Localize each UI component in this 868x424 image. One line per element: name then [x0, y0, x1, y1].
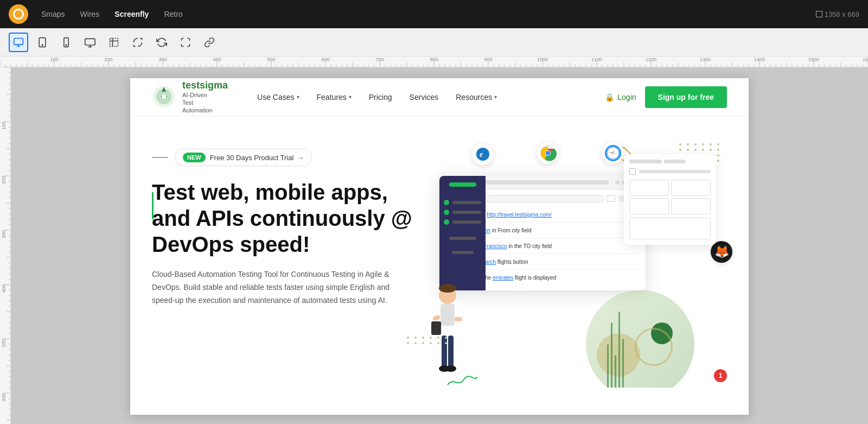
- svg-rect-5: [85, 39, 95, 45]
- squiggle-decoration: [445, 371, 477, 388]
- svg-point-4: [66, 45, 67, 46]
- nav-retro[interactable]: Retro: [164, 10, 182, 18]
- site-nav: testsigma AI-Driven Test Automation Use …: [130, 78, 749, 116]
- site-nav-links: Use Cases ▾ Features ▾ Pricing Services: [250, 88, 605, 106]
- nav-resources[interactable]: Resources ▾: [448, 88, 505, 106]
- svg-rect-29: [432, 314, 441, 321]
- tool-custom[interactable]: [104, 33, 124, 52]
- top-bar: Smaps Wires Screenfly Retro 1358 x 669: [0, 0, 868, 28]
- nav-features[interactable]: Features ▾: [309, 88, 359, 106]
- svg-point-32: [439, 284, 456, 293]
- main-area: testsigma AI-Driven Test Automation Use …: [0, 67, 868, 424]
- svg-rect-24: [441, 304, 455, 326]
- vertical-lines-deco: [607, 312, 624, 388]
- app-logo[interactable]: [9, 4, 28, 24]
- app-nav: Smaps Wires Screenfly Retro: [41, 10, 183, 18]
- lock-icon: 🔒: [605, 93, 614, 102]
- chevron-down-icon: ▾: [349, 94, 352, 100]
- chevron-down-icon: ▾: [297, 94, 299, 100]
- tool-flip[interactable]: [152, 33, 171, 52]
- browser-body: 1 Navigate to http://travel.testsigma.co…: [439, 189, 646, 290]
- size-label: 1358 x 669: [825, 10, 859, 18]
- ruler-horizontal: [0, 56, 868, 67]
- panel-item-3: [444, 219, 481, 225]
- ruler-vertical: [0, 67, 11, 424]
- hero-title: Test web, mobile apps, and APIs continuo…: [152, 179, 423, 257]
- svg-point-2: [42, 45, 43, 46]
- firefox-browser-icon: 🦊: [711, 241, 732, 263]
- svg-rect-0: [14, 38, 23, 45]
- browser-address-bar: [473, 180, 609, 185]
- tool-link[interactable]: [200, 33, 219, 52]
- side-panel: [624, 154, 716, 245]
- nav-use-cases[interactable]: Use Cases ▾: [250, 88, 307, 106]
- site-logo-tagline: AI-Driven Test Automation: [182, 91, 228, 115]
- tool-phone[interactable]: [56, 33, 76, 52]
- chevron-down-icon: ▾: [494, 94, 497, 100]
- hero-right: e: [423, 138, 727, 388]
- tool-bar: [0, 28, 868, 56]
- svg-rect-30: [431, 321, 441, 335]
- tool-desktop[interactable]: [9, 33, 28, 52]
- vl-5: [622, 339, 624, 388]
- panel-item-1: [444, 200, 481, 205]
- sp-large-input: [629, 218, 711, 239]
- sp-row-1: [629, 167, 711, 176]
- dash-decoration: [152, 157, 168, 158]
- tool-fit[interactable]: [176, 33, 195, 52]
- trial-link: Free 30 Days Product Trial →: [210, 154, 304, 162]
- size-indicator-top: 1358 x 669: [816, 10, 859, 18]
- sp-grid: [629, 180, 711, 214]
- svg-rect-31: [455, 317, 462, 321]
- website-frame: testsigma AI-Driven Test Automation Use …: [130, 78, 749, 415]
- svg-point-8: [162, 94, 166, 99]
- checkbox: [629, 168, 636, 175]
- vl-1: [607, 344, 609, 388]
- green-bar-decoration: [152, 192, 154, 219]
- site-logo-text: testsigma: [182, 80, 228, 91]
- circle-outline-decoration: [635, 328, 673, 366]
- nav-actions: 🔒 Login Sign up for free: [605, 86, 727, 108]
- viewport: testsigma AI-Driven Test Automation Use …: [11, 67, 868, 424]
- ie-browser-icon: e: [472, 143, 494, 165]
- tool-tablet[interactable]: [33, 33, 52, 52]
- site-logo[interactable]: testsigma AI-Driven Test Automation: [152, 80, 228, 115]
- browser-mockup: 1 Navigate to http://travel.testsigma.co…: [439, 176, 646, 290]
- svg-text:e: e: [480, 150, 483, 159]
- test-steps-panel: [439, 176, 486, 290]
- dots-decoration-2: [407, 337, 449, 344]
- svg-rect-6: [110, 38, 118, 46]
- new-badge-row: NEW Free 30 Days Product Trial →: [152, 149, 423, 166]
- hero-section: NEW Free 30 Days Product Trial → Test we…: [130, 116, 749, 388]
- tool-rotate[interactable]: [128, 33, 148, 52]
- vl-2: [611, 322, 612, 388]
- panel-item-2: [444, 210, 481, 215]
- nav-smaps[interactable]: Smaps: [41, 10, 65, 18]
- nav-pricing[interactable]: Pricing: [361, 88, 400, 106]
- new-badge: NEW: [183, 153, 206, 162]
- vl-4: [618, 312, 620, 388]
- hero-left: NEW Free 30 Days Product Trial → Test we…: [152, 138, 423, 388]
- nav-screenfly[interactable]: Screenfly: [114, 10, 149, 18]
- panel-header-bar: [449, 182, 476, 187]
- tool-monitor[interactable]: [80, 33, 100, 52]
- login-button[interactable]: 🔒 Login: [605, 93, 636, 102]
- chrome-browser-icon: [537, 142, 559, 164]
- nav-wires[interactable]: Wires: [80, 10, 100, 18]
- svg-point-14: [546, 151, 550, 155]
- safari-browser-icon: [602, 142, 624, 164]
- trial-badge-container[interactable]: NEW Free 30 Days Product Trial →: [175, 149, 312, 166]
- notification-badge: 1: [714, 369, 727, 382]
- nav-services[interactable]: Services: [402, 88, 446, 106]
- signup-button[interactable]: Sign up for free: [645, 86, 727, 108]
- hero-subtitle: Cloud-Based Automation Testing Tool for …: [152, 268, 391, 307]
- vl-3: [615, 355, 616, 388]
- testsigma-logo-icon: [152, 85, 176, 109]
- close-icon: [607, 195, 615, 202]
- side-panel-header: [629, 160, 711, 163]
- size-box-icon: [816, 11, 822, 17]
